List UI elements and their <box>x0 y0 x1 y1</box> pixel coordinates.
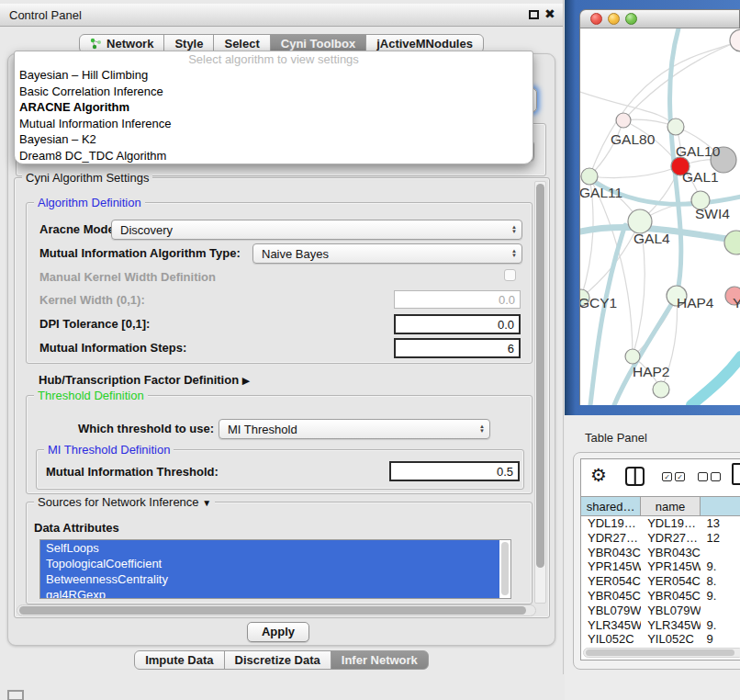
mi-type-combobox[interactable]: Naive Bayes ▲▼ <box>252 243 522 264</box>
table-cell: YLR345W <box>641 618 700 633</box>
mini-panel-icon[interactable] <box>7 690 24 700</box>
table-header-row: shared…name <box>581 496 740 516</box>
tab-discretize-data[interactable]: Discretize Data <box>224 650 331 670</box>
edge-gal1-gal11[interactable] <box>589 166 680 178</box>
aracne-mode-combobox[interactable]: Discovery ▲▼ <box>111 220 522 240</box>
table-row[interactable]: YBL079WYBL079W <box>581 604 740 618</box>
dropdown-item-basic-correlation-inference[interactable]: Basic Correlation Inference <box>15 84 533 100</box>
sources-title[interactable]: Sources for Network Inference ▼ <box>34 495 215 509</box>
control-panel-bottom-tabs: Impute DataDiscretize DataInfer Network <box>0 650 564 670</box>
tab-impute-data[interactable]: Impute Data <box>134 650 224 670</box>
node-gal10[interactable] <box>667 119 684 135</box>
tab-label: jActiveMNodules <box>376 37 473 51</box>
attribute-item-topologicalcoefficient[interactable]: TopologicalCoefficient <box>40 556 499 571</box>
column-header-shared[interactable]: shared… <box>581 497 641 515</box>
edge-gal80-toppartial[interactable] <box>623 40 740 120</box>
table-cell: YBR045C <box>581 589 641 604</box>
minimize-window-icon[interactable] <box>608 13 620 25</box>
table-row[interactable]: YBR043CYBR043C <box>581 546 740 560</box>
expand-right-icon: ▶ <box>242 375 250 386</box>
network-window-titlebar[interactable] <box>579 9 740 28</box>
node-label-hap2: HAP2 <box>633 364 670 379</box>
dropdown-item-bayesian-hill-climbing[interactable]: Bayesian – Hill Climbing <box>15 67 533 84</box>
node-gal80[interactable] <box>616 113 631 128</box>
table-row[interactable]: YBR045CYBR045C9. <box>581 589 740 604</box>
table-panel: Table Panel ⚙ ✓✓ shared…name YDL19…YDL19… <box>565 415 740 700</box>
manual-kernel-checkbox[interactable] <box>504 269 516 281</box>
table-cell: YBL079W <box>581 604 641 618</box>
kernel-width-label: Kernel Width (0,1): <box>39 293 145 307</box>
scrollbar-thumb[interactable] <box>586 649 734 656</box>
control-panel-titlebar: Control Panel ✖ <box>0 4 563 27</box>
mi-threshold-field[interactable]: 0.5 <box>389 461 520 481</box>
settings-horizontal-scrollbar[interactable] <box>17 604 536 616</box>
node-biggreen[interactable] <box>724 231 740 254</box>
table-row[interactable]: YER054CYER054C8. <box>581 574 740 589</box>
attribute-item-betweennesscentrality[interactable]: BetweennessCentrality <box>40 571 499 587</box>
network-icon <box>90 38 102 50</box>
column-header-name[interactable]: name <box>641 497 700 515</box>
table-row[interactable]: YIL052CYIL052C9 <box>581 632 740 646</box>
float-panel-icon[interactable] <box>529 10 539 19</box>
tab-infer-network[interactable]: Infer Network <box>331 650 429 670</box>
table-cell <box>701 604 740 618</box>
column-header-2[interactable] <box>701 497 740 515</box>
close-window-icon[interactable] <box>590 13 602 25</box>
mi-steps-field[interactable]: 6 <box>394 338 521 358</box>
edge-arc-7[interactable] <box>691 356 740 405</box>
hub-definition-expander[interactable]: Hub/Transcription Factor Definition ▶ <box>39 373 250 387</box>
node-toppartial[interactable] <box>730 29 740 51</box>
table-cell: YBL079W <box>641 604 700 618</box>
dropdown-item-dream8-dc-tdc-algorithm[interactable]: Dream8 DC_TDC Algorithm <box>15 148 533 164</box>
dropdown-item-mutual-information-inference[interactable]: Mutual Information Inference <box>15 116 533 132</box>
tab-label: Discretize Data <box>235 653 320 667</box>
table-row[interactable]: YPR145WYPR145W9. <box>581 559 740 574</box>
data-attributes-list[interactable]: SelfLoopsTopologicalCoefficientBetweenne… <box>39 539 511 599</box>
node-label-hap4: HAP4 <box>677 295 714 310</box>
dropdown-item-aracne-algorithm[interactable]: ARACNE Algorithm <box>15 99 533 116</box>
deselect-all-checkboxes-icon[interactable] <box>698 472 721 481</box>
table-cell: YER054C <box>581 574 641 589</box>
table-row[interactable]: YLR345WYLR345W9. <box>581 618 740 633</box>
node-gal11[interactable] <box>581 168 598 185</box>
table-cell <box>701 546 740 560</box>
table-cell: YIL052C <box>641 632 700 646</box>
node-hap2[interactable] <box>625 349 640 364</box>
which-threshold-combobox[interactable]: MI Threshold ▲▼ <box>219 419 490 439</box>
close-panel-icon[interactable]: ✖ <box>544 6 555 21</box>
table-row[interactable]: YDL19…YDL19…13 <box>581 516 740 531</box>
scrollbar-thumb[interactable] <box>19 606 526 615</box>
table-horizontal-scrollbar[interactable] <box>583 648 740 658</box>
node-label-gal10: GAL10 <box>676 143 721 159</box>
table-cell: YBR043C <box>641 546 700 560</box>
dpi-tolerance-label: DPI Tolerance [0,1]: <box>39 317 150 331</box>
scrollbar-thumb[interactable] <box>501 542 509 595</box>
columns-icon[interactable] <box>625 467 645 486</box>
attribute-item-selfloops[interactable]: SelfLoops <box>40 540 499 556</box>
apply-button[interactable]: Apply <box>247 622 309 642</box>
dpi-tolerance-field[interactable]: 0.0 <box>394 314 521 334</box>
zoom-window-icon[interactable] <box>625 13 637 25</box>
export-table-icon[interactable] <box>732 463 740 485</box>
node-label-gal11: GAL11 <box>580 185 622 200</box>
select-all-checkboxes-icon[interactable]: ✓✓ <box>662 472 685 481</box>
attribute-item-gal4rgexp[interactable]: gal4RGexp <box>40 587 499 599</box>
list-scrollbar[interactable] <box>500 541 510 598</box>
table-row[interactable]: YDR27…YDR27…12 <box>581 531 740 546</box>
node-label-swi4: SWI4 <box>695 206 730 221</box>
network-canvas[interactable]: GAL80GAL10GAL1GAL11SWI4GAL4GCY1HAP4YHAP2 <box>579 28 740 405</box>
scrollbar-thumb[interactable] <box>536 184 544 568</box>
dropdown-item-bayesian-k2[interactable]: Bayesian – K2 <box>15 131 533 148</box>
manual-kernel-label: Manual Kernel Width Definition <box>39 270 216 284</box>
edge-arc-6[interactable] <box>590 225 625 405</box>
table-cell: YER054C <box>641 574 700 589</box>
node-label-y: Y <box>733 295 740 310</box>
settings-vertical-scrollbar[interactable] <box>534 181 546 604</box>
node-label-gal1: GAL1 <box>682 169 719 185</box>
network-graph[interactable]: GAL80GAL10GAL1GAL11SWI4GAL4GCY1HAP4YHAP2 <box>580 28 740 405</box>
gear-icon[interactable]: ⚙ <box>590 464 607 486</box>
combo-stepper-icon: ▲▼ <box>511 225 517 234</box>
kernel-width-field[interactable]: 0.0 <box>394 290 521 309</box>
node-bottom[interactable] <box>653 381 669 398</box>
edge-gal80-gal11[interactable] <box>589 120 623 176</box>
